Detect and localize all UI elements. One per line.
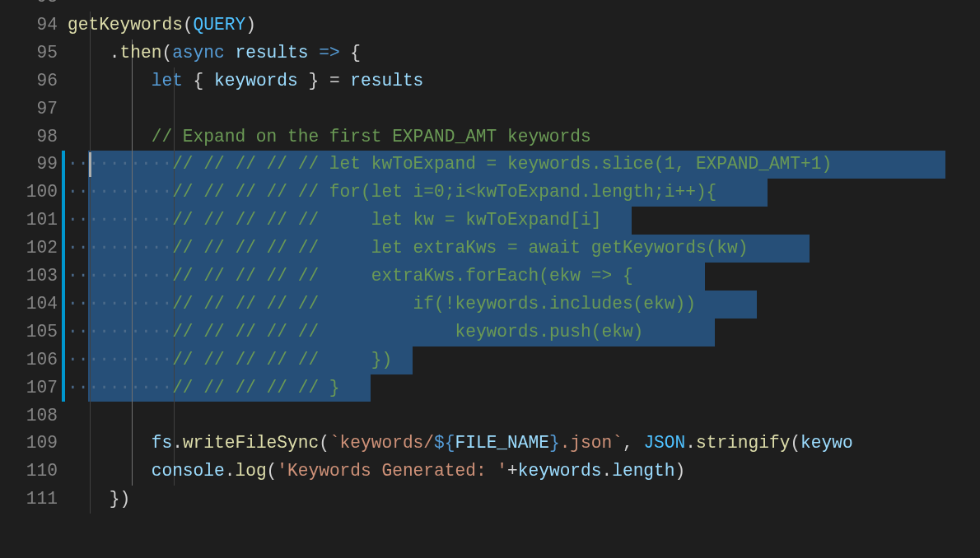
code-token: console [152, 461, 225, 481]
code-line[interactable]: getKeywords(QUERY) [68, 12, 256, 40]
code-token: . [685, 433, 696, 453]
code-token: }) [68, 489, 130, 509]
text-cursor [89, 152, 91, 177]
line-number[interactable]: 97 [0, 95, 58, 123]
code-line[interactable]: // Expand on the first EXPAND_AMT keywor… [68, 123, 591, 151]
line-number[interactable]: 107 [0, 374, 58, 402]
code-line[interactable]: }) [68, 486, 130, 514]
line-number[interactable]: 106 [0, 346, 58, 374]
code-token: . [602, 461, 613, 481]
code-line[interactable]: ··········// // // // // extraKws.forEac… [68, 263, 633, 291]
code-token: FILE_NAME [455, 433, 548, 453]
code-token: // // // // // extraKws.forEach(ekw => { [172, 266, 632, 286]
whitespace-dots: ·········· [68, 350, 172, 370]
code-token: ) [675, 461, 686, 481]
line-number[interactable]: 111 [0, 486, 58, 514]
code-token: // Expand on the first EXPAND_AMT keywor… [152, 127, 591, 146]
code-token: // // // // // let extraKws = await getK… [172, 238, 748, 258]
line-number[interactable]: 100 [0, 179, 58, 207]
code-token: ( [161, 43, 172, 63]
line-number[interactable]: 93 [0, 0, 58, 12]
code-token: } [549, 433, 560, 453]
code-token: . [68, 43, 120, 63]
code-line[interactable]: let { keywords } = results [68, 67, 423, 95]
code-token [308, 43, 319, 63]
whitespace-dots: ·········· [68, 378, 172, 398]
code-token: // // // // // let kw = kwToExpand[i] [172, 210, 601, 230]
code-token: .json` [560, 433, 623, 453]
code-token [225, 43, 236, 63]
code-line[interactable]: console.log('Keywords Generated: '+keywo… [68, 458, 685, 486]
code-token: stringify [696, 433, 790, 453]
code-token [68, 71, 152, 91]
whitespace-dots: ·········· [68, 182, 172, 202]
gutter-change-bar [62, 151, 65, 402]
whitespace-dots: ·········· [68, 294, 172, 314]
code-token: // // // // // } [172, 378, 339, 398]
whitespace-dots: ·········· [68, 238, 172, 258]
code-token: . [172, 433, 183, 453]
code-line[interactable]: ··········// // // // // } [68, 374, 340, 402]
code-token: , [623, 433, 643, 453]
code-token: ( [790, 433, 800, 453]
whitespace-dots: ·········· [68, 322, 172, 342]
code-token: results [235, 43, 308, 63]
whitespace-dots: ·········· [68, 154, 172, 174]
code-token: + [507, 461, 518, 481]
code-area[interactable]: getKeywords(QUERY) .then(async results =… [68, 0, 980, 558]
code-line[interactable]: ··········// // // // // let kw = kwToEx… [68, 207, 601, 235]
code-token: 'Keywords Generated: ' [277, 461, 507, 481]
code-token: getKeywords [68, 15, 183, 35]
code-line[interactable]: ··········// // // // // let kwToExpand … [68, 151, 832, 179]
code-line[interactable]: ··········// // // // // keywords.push(e… [68, 319, 643, 346]
code-token: . [225, 461, 236, 481]
line-number[interactable]: 103 [0, 263, 58, 291]
line-number[interactable]: 94 [0, 12, 58, 40]
line-number[interactable]: 96 [0, 67, 58, 95]
line-number[interactable]: 105 [0, 319, 58, 346]
line-number[interactable]: 108 [0, 402, 58, 430]
code-token: ${ [434, 433, 455, 453]
code-token: fs [152, 433, 172, 453]
code-token: then [120, 43, 162, 63]
line-number[interactable]: 98 [0, 123, 58, 151]
code-token: let [152, 71, 183, 91]
code-line[interactable]: .then(async results => { [68, 40, 361, 67]
line-number[interactable]: 109 [0, 430, 58, 458]
line-number[interactable]: 95 [0, 40, 58, 67]
code-token: => [319, 43, 339, 63]
line-number[interactable]: 104 [0, 291, 58, 319]
code-token: keywo [800, 433, 853, 453]
code-token: ( [319, 433, 329, 453]
code-line[interactable]: ··········// // // // // if(!keywords.in… [68, 291, 696, 319]
line-number-gutter[interactable]: 9394959697989910010110210310410510610710… [0, 0, 68, 558]
code-token: log [235, 461, 266, 481]
code-token [68, 433, 152, 453]
code-line[interactable]: ··········// // // // // let extraKws = … [68, 235, 748, 263]
code-token: results [350, 71, 423, 91]
code-token: ) [245, 15, 256, 35]
code-token: `keywords/ [329, 433, 434, 453]
code-token: { [183, 71, 214, 91]
code-token: QUERY [194, 15, 246, 35]
line-number[interactable]: 99 [0, 151, 58, 179]
code-token: // // // // // for(let i=0;i<kwToExpand.… [172, 182, 716, 202]
code-token: // // // // // if(!keywords.includes(ekw… [172, 294, 696, 314]
code-token: keywords [214, 71, 298, 91]
line-number[interactable]: 101 [0, 207, 58, 235]
line-number[interactable]: 110 [0, 458, 58, 486]
code-token: length [612, 461, 674, 481]
line-number[interactable]: 102 [0, 235, 58, 263]
code-editor[interactable]: 9394959697989910010110210310410510610710… [0, 0, 980, 558]
whitespace-dots: ·········· [68, 210, 172, 230]
code-line[interactable]: ··········// // // // // for(let i=0;i<k… [68, 179, 716, 207]
code-token: ( [183, 15, 194, 35]
code-token: ( [267, 461, 278, 481]
code-token: keywords [518, 461, 602, 481]
code-token: { [340, 43, 361, 63]
code-token [68, 127, 152, 146]
code-line[interactable]: ··········// // // // // }) [68, 346, 392, 374]
code-token: // // // // // keywords.push(ekw) [172, 322, 643, 342]
code-token: JSON [643, 433, 685, 453]
code-line[interactable]: fs.writeFileSync(`keywords/${FILE_NAME}.… [68, 430, 853, 458]
